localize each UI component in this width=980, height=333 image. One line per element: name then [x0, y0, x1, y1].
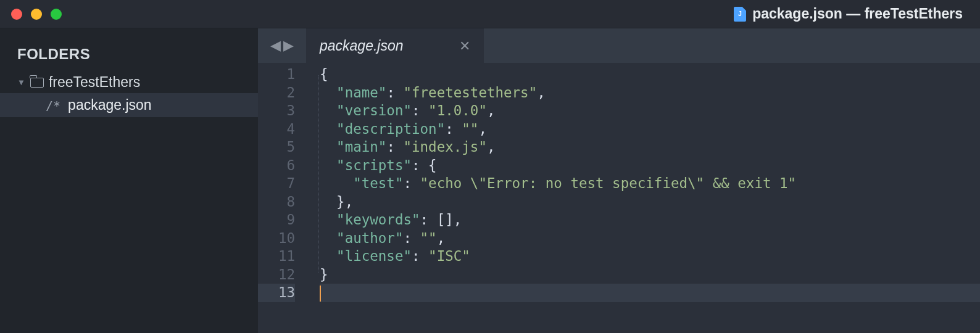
code-line[interactable]: "main": "index.js",: [320, 138, 980, 157]
main-area: FOLDERS ▼ freeTestEthers /* package.json…: [0, 28, 980, 333]
line-number: 4: [258, 120, 295, 139]
code-token: "freetestethers": [403, 84, 537, 101]
sidebar-folder[interactable]: ▼ freeTestEthers: [0, 72, 258, 93]
code-token: [320, 139, 336, 155]
chevron-down-icon: ▼: [17, 78, 25, 87]
folder-label: freeTestEthers: [49, 74, 140, 91]
line-number: 12: [258, 266, 295, 284]
tab-active[interactable]: package.json ✕: [306, 28, 484, 63]
file-label: package.json: [68, 97, 152, 113]
code-token: [320, 230, 336, 246]
code-line[interactable]: "description": "",: [320, 120, 980, 139]
maximize-window-button[interactable]: [51, 9, 62, 20]
code-token: "1.0.0": [428, 102, 487, 118]
tab-history-nav: ◀ ▶: [258, 28, 306, 63]
window-title: J package.json — freeTestEthers: [734, 6, 963, 22]
code-token: ,: [487, 102, 496, 118]
code-token: "author": [336, 230, 403, 246]
folder-icon: [30, 78, 44, 88]
code-token: {: [320, 66, 328, 82]
sidebar-heading: FOLDERS: [0, 39, 258, 72]
code-token: ,: [478, 121, 487, 137]
code-line[interactable]: "scripts": {: [320, 157, 980, 175]
code-token: :: [386, 84, 403, 101]
code-area[interactable]: 12345678910111213 { "name": "freetesteth…: [258, 63, 980, 333]
code-token: "index.js": [403, 139, 486, 155]
window-title-text: package.json — freeTestEthers: [752, 6, 963, 22]
line-number: 13: [258, 284, 295, 302]
window-titlebar: J package.json — freeTestEthers: [0, 0, 980, 28]
code-line[interactable]: "author": "",: [320, 229, 980, 248]
code-token: ,: [537, 84, 546, 101]
line-number: 7: [258, 175, 295, 193]
nav-back-icon[interactable]: ◀: [270, 38, 281, 54]
line-number: 3: [258, 102, 295, 120]
code-token: "": [420, 230, 437, 246]
code-line[interactable]: "name": "freetestethers",: [320, 84, 980, 102]
code-token: }: [320, 266, 328, 282]
code-token: [320, 157, 336, 173]
text-cursor: [320, 286, 321, 302]
line-number: 11: [258, 247, 295, 266]
editor-pane: ◀ ▶ package.json ✕ 12345678910111213 { "…: [258, 28, 980, 333]
code-token: },: [320, 194, 353, 210]
code-token: :: [386, 139, 403, 155]
code-token: "main": [336, 139, 386, 155]
tabbar: ◀ ▶ package.json ✕: [258, 28, 980, 63]
close-icon[interactable]: ✕: [459, 38, 470, 54]
tab-label: package.json: [320, 38, 404, 54]
sidebar-file-active[interactable]: /* package.json: [0, 93, 258, 117]
code-line[interactable]: "license": "ISC": [320, 247, 980, 266]
code-token: "": [462, 121, 478, 137]
code-token: "license": [336, 248, 412, 264]
code-token: [320, 102, 336, 118]
code-line[interactable]: },: [320, 193, 980, 212]
code-token: "echo \"Error: no test specified\" && ex…: [420, 175, 797, 191]
line-number: 6: [258, 157, 295, 175]
code-token: :: [403, 230, 420, 246]
code-token: "description": [336, 121, 445, 137]
code-token: :: [412, 248, 428, 264]
code-token: :: [412, 102, 428, 118]
line-number: 1: [258, 65, 295, 84]
code-token: : {: [412, 157, 437, 173]
code-token: "keywords": [336, 212, 420, 228]
code-token: ,: [437, 230, 446, 246]
code-token: : [],: [420, 212, 462, 228]
window-controls: [11, 9, 62, 20]
code-token: "ISC": [428, 248, 470, 264]
line-number: 5: [258, 138, 295, 157]
code-line[interactable]: "version": "1.0.0",: [320, 102, 980, 120]
line-number: 10: [258, 229, 295, 248]
line-number: 8: [258, 193, 295, 212]
line-number: 9: [258, 211, 295, 229]
nav-forward-icon[interactable]: ▶: [283, 38, 294, 54]
code-line[interactable]: }: [320, 266, 980, 284]
code-token: [320, 175, 353, 191]
code-token: [320, 212, 336, 228]
code-token: "version": [336, 102, 412, 118]
indent-guide: [318, 75, 319, 273]
minimize-window-button[interactable]: [31, 9, 42, 20]
code-token: "scripts": [336, 157, 412, 173]
code-line[interactable]: "test": "echo \"Error: no test specified…: [320, 175, 980, 193]
code-token: [320, 84, 336, 101]
file-type-letter: J: [738, 10, 742, 17]
code-content[interactable]: { "name": "freetestethers", "version": "…: [309, 65, 980, 333]
code-token: [320, 121, 336, 137]
close-window-button[interactable]: [11, 9, 22, 20]
code-line[interactable]: [320, 284, 980, 302]
code-token: [320, 248, 336, 264]
code-token: :: [445, 121, 462, 137]
file-marker-icon: /*: [46, 98, 60, 113]
code-token: :: [403, 175, 420, 191]
line-number: 2: [258, 84, 295, 102]
gutter: 12345678910111213: [258, 65, 309, 333]
file-type-icon: J: [734, 7, 746, 22]
code-token: "test": [353, 175, 403, 191]
code-line[interactable]: "keywords": [],: [320, 211, 980, 229]
code-token: ,: [487, 139, 496, 155]
code-token: "name": [336, 84, 386, 101]
sidebar: FOLDERS ▼ freeTestEthers /* package.json: [0, 28, 258, 333]
code-line[interactable]: {: [320, 65, 980, 84]
